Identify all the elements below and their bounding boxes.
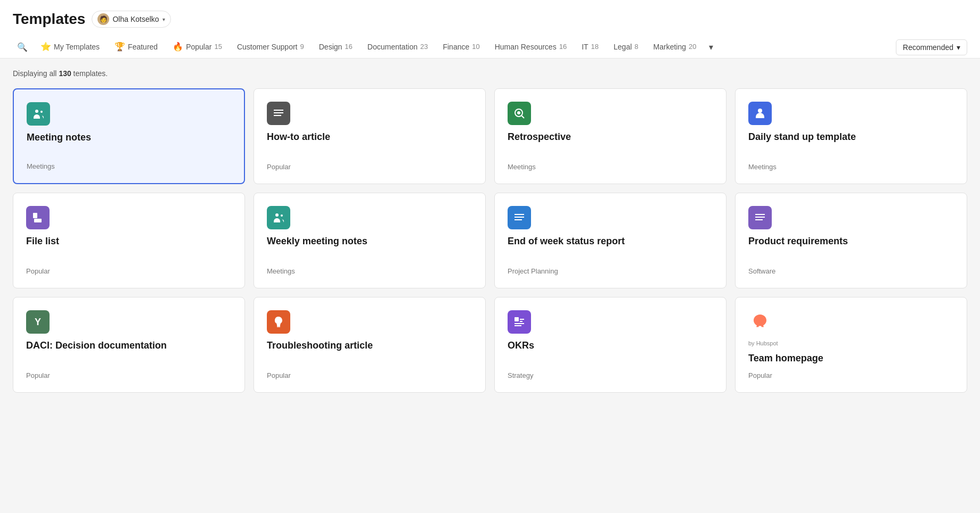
svg-rect-15 [514,219,522,220]
nav-count-popular: 15 [214,43,222,51]
nav-item-marketing[interactable]: Marketing 20 [647,37,703,57]
template-title-team-homepage: Team homepage [748,353,954,365]
nav-count-design: 16 [345,43,352,51]
svg-rect-14 [514,217,524,218]
template-icon-team-homepage [748,310,772,334]
template-icon-retrospective [508,102,531,125]
nav-count-human-resources: 16 [559,43,567,51]
template-category-product-requirements: Software [748,267,954,275]
nav-item-human-resources[interactable]: Human Resources 16 [488,37,573,57]
template-card-end-of-week-status[interactable]: End of week status report Project Planni… [494,193,726,288]
nav-label-popular: Popular [186,43,211,51]
template-icon-file-list [26,206,50,229]
nav-count-finance: 10 [472,43,479,51]
svg-rect-18 [755,219,763,220]
template-icon-end-of-week-status [508,206,531,229]
avatar: 🧑 [97,13,109,25]
template-title-daci: DACI: Decision documentation [26,340,232,365]
svg-rect-4 [274,115,281,116]
template-category-okrs: Strategy [508,371,713,379]
template-title-retrospective: Retrospective [508,131,713,156]
template-icon-okrs [508,310,531,334]
template-title-how-to-article: How-to article [267,131,472,156]
template-card-daily-standup[interactable]: Daily stand up template Meetings [735,88,967,184]
nav-label-my-templates: My Templates [54,43,100,51]
svg-point-12 [281,214,283,217]
template-category-meeting-notes: Meetings [27,162,231,170]
svg-rect-20 [514,317,519,321]
template-category-weekly-meeting-notes: Meetings [267,267,472,275]
svg-point-6 [517,111,520,114]
template-by-team-homepage: by Hubspot [748,340,954,346]
nav-label-human-resources: Human Resources [495,43,557,51]
template-card-team-homepage[interactable]: by Hubspot Team homepage Popular [735,297,967,393]
nav-item-my-templates[interactable]: ⭐ My Templates [34,36,106,58]
nav-item-legal[interactable]: Legal 8 [607,37,645,57]
fire-icon: 🔥 [173,42,183,52]
template-card-product-requirements[interactable]: Product requirements Software [735,193,967,288]
svg-rect-16 [755,214,765,215]
nav-item-finance[interactable]: Finance 10 [436,37,486,57]
template-icon-product-requirements [748,206,772,229]
nav-count-customer-support: 9 [300,43,304,51]
template-icon-troubleshooting [267,310,290,334]
template-title-okrs: OKRs [508,340,713,365]
template-title-product-requirements: Product requirements [748,236,954,261]
svg-rect-13 [514,214,524,215]
template-category-team-homepage: Popular [748,371,954,379]
template-card-daci[interactable]: Y DACI: Decision documentation Popular [13,297,245,393]
template-card-weekly-meeting-notes[interactable]: Weekly meeting notes Meetings [254,193,486,288]
nav-label-marketing: Marketing [654,43,686,51]
nav-item-documentation[interactable]: Documentation 23 [361,37,435,57]
nav-label-finance: Finance [443,43,469,51]
svg-rect-10 [34,219,42,222]
nav-count-marketing: 20 [689,43,696,51]
template-icon-daci: Y [26,310,50,334]
nav-label-documentation: Documentation [368,43,418,51]
svg-line-7 [521,115,524,118]
svg-rect-3 [274,112,283,113]
template-title-troubleshooting: Troubleshooting article [267,340,472,365]
chevron-down-icon: ▾ [162,16,165,22]
nav-label-featured: Featured [128,43,158,51]
template-title-daily-standup: Daily stand up template [748,131,954,156]
svg-rect-9 [33,213,37,218]
nav-more-button[interactable]: ▾ [705,38,717,56]
page-title: Templates [13,11,85,28]
nav-count-it: 18 [591,43,599,51]
nav-item-popular[interactable]: 🔥 Popular 15 [166,36,228,58]
template-card-file-list[interactable]: File list Popular [13,193,245,288]
header: Templates 🧑 Olha Kotselko ▾ 🔍 ⭐ My Templ… [0,0,980,58]
svg-point-1 [40,111,43,113]
search-button[interactable]: 🔍 [13,38,32,56]
nav-item-featured[interactable]: 🏆 Featured [108,36,164,58]
nav-item-it[interactable]: IT 18 [575,37,605,57]
template-card-okrs[interactable]: OKRs Strategy [494,297,726,393]
trophy-icon: 🏆 [115,42,125,52]
templates-grid: Meeting notes Meetings How-to article Po… [13,88,967,393]
user-pill[interactable]: 🧑 Olha Kotselko ▾ [92,11,170,28]
template-category-end-of-week-status: Project Planning [508,267,713,275]
content: Displaying all 130 templates. Meeting no… [0,59,980,403]
template-card-how-to-article[interactable]: How-to article Popular [254,88,486,184]
template-category-retrospective: Meetings [508,163,713,171]
svg-point-8 [758,109,762,113]
template-card-retrospective[interactable]: Retrospective Meetings [494,88,726,184]
svg-rect-17 [755,217,765,218]
header-top: Templates 🧑 Olha Kotselko ▾ [13,11,967,28]
nav-item-customer-support[interactable]: Customer Support 9 [231,37,311,57]
template-icon-how-to-article [267,102,290,125]
template-category-daci: Popular [26,371,232,379]
nav-right: Recommended ▾ [896,39,967,55]
nav-item-design[interactable]: Design 16 [313,37,359,57]
template-title-end-of-week-status: End of week status report [508,236,713,261]
svg-point-11 [275,213,279,217]
template-card-troubleshooting[interactable]: Troubleshooting article Popular [254,297,486,393]
display-count: Displaying all 130 templates. [13,69,967,78]
template-card-meeting-notes[interactable]: Meeting notes Meetings [13,88,245,184]
nav-label-legal: Legal [614,43,632,51]
recommended-select[interactable]: Recommended ▾ [896,39,967,55]
template-icon-meeting-notes [27,102,50,126]
nav-label-design: Design [319,43,342,51]
template-icon-weekly-meeting-notes [267,206,290,229]
